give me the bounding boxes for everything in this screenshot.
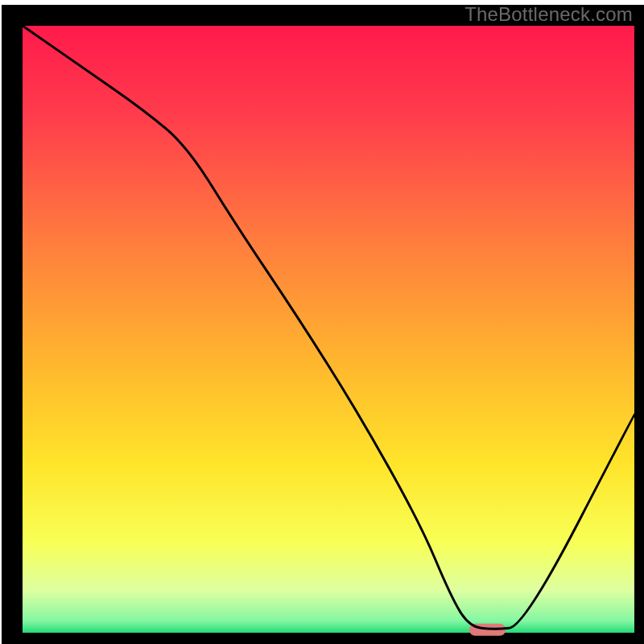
watermark-text: TheBottleneck.com (464, 3, 633, 26)
chart-container: TheBottleneck.com (0, 0, 644, 644)
plot-area (12, 15, 644, 643)
gradient-background (23, 26, 634, 633)
bottleneck-curve-chart (0, 0, 644, 644)
